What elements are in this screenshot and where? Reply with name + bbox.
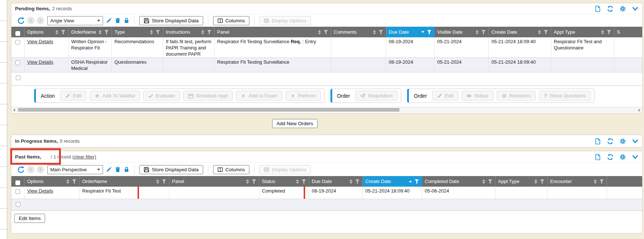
filter-funnel-icon[interactable] (599, 179, 604, 184)
prev-view-button[interactable] (27, 17, 34, 24)
sort-icon[interactable] (538, 30, 541, 34)
sort-icon[interactable] (156, 179, 159, 184)
refresh-icon[interactable] (607, 138, 614, 145)
clear-filter-link[interactable]: (clear filter) (72, 154, 96, 160)
sort-icon[interactable] (601, 30, 604, 34)
delete-trash-icon[interactable] (115, 167, 121, 172)
store-displayed-data-button[interactable]: Store Displayed Data (139, 16, 203, 25)
sort-desc-icon[interactable] (421, 31, 424, 33)
chevron-down-icon[interactable] (632, 154, 638, 160)
gear-icon[interactable] (619, 138, 626, 145)
sort-asc-icon[interactable] (409, 180, 412, 182)
add-to-waitlist-button[interactable]: Add To Waitlist (89, 91, 140, 101)
gear-icon[interactable] (619, 154, 626, 160)
refresh-icon[interactable] (607, 154, 614, 160)
add-new-orders-button[interactable]: Add New Orders (272, 119, 318, 128)
view-select[interactable]: Angie View (47, 16, 103, 25)
sort-icon[interactable] (55, 30, 58, 34)
view-select[interactable]: Main Perspective (47, 165, 103, 174)
perform-button[interactable]: Perform (285, 91, 321, 101)
display-options-button[interactable]: Display Options (259, 16, 311, 25)
column-header-panel[interactable]: Panel (215, 27, 331, 37)
filter-funnel-icon[interactable] (544, 30, 548, 34)
filter-funnel-icon[interactable] (301, 179, 306, 184)
column-header-status[interactable]: Status (259, 176, 309, 187)
order-revisions-button[interactable]: Revisions (497, 91, 536, 101)
file-icon[interactable] (594, 154, 601, 160)
edit-pencil-icon[interactable] (106, 18, 112, 23)
filter-funnel-icon[interactable] (481, 30, 486, 34)
next-view-button[interactable] (37, 17, 44, 24)
row-checkbox[interactable] (15, 189, 20, 194)
filter-funnel-icon[interactable] (155, 30, 160, 34)
column-header-panel[interactable]: Panel (169, 176, 259, 187)
column-header-appt-type[interactable]: Appt Type (495, 176, 548, 187)
filter-funnel-icon[interactable] (355, 179, 360, 184)
sort-icon[interactable] (482, 179, 485, 184)
filter-funnel-icon[interactable] (607, 30, 611, 34)
requisition-button[interactable]: Requisition (355, 91, 398, 101)
display-options-button[interactable]: Display Options (259, 165, 311, 174)
footer-checkbox[interactable] (16, 75, 21, 80)
column-header-due-date-sorted[interactable]: Due Date (386, 27, 435, 37)
select-all-checkbox[interactable] (15, 180, 20, 185)
scrollbar-thumb[interactable] (18, 108, 399, 112)
edit-button[interactable]: Edit (60, 91, 87, 101)
column-header-visible-date[interactable]: Visible Date (435, 27, 489, 37)
sort-icon[interactable] (150, 30, 153, 34)
column-header-options[interactable]: Options (25, 176, 80, 187)
store-displayed-data-button[interactable]: Store Displayed Data (139, 165, 203, 174)
sort-icon[interactable] (246, 179, 249, 184)
filter-funnel-icon[interactable] (427, 30, 432, 34)
view-details-link[interactable]: View Details (27, 59, 53, 65)
column-header-appt-type[interactable]: Appt Type (551, 27, 614, 37)
scroll-left-arrow[interactable] (13, 109, 15, 112)
column-header-cutoff[interactable]: S (614, 27, 642, 37)
filter-funnel-icon[interactable] (378, 30, 383, 34)
filter-funnel-icon[interactable] (414, 179, 419, 184)
filter-funnel-icon[interactable] (207, 30, 212, 34)
filter-funnel-icon[interactable] (540, 179, 545, 184)
select-all-checkbox[interactable] (15, 31, 20, 36)
column-header-completed-date[interactable]: Completed Date (422, 176, 495, 187)
filter-funnel-icon[interactable] (162, 179, 167, 184)
column-header-type[interactable]: Type (112, 27, 163, 37)
chevron-down-icon[interactable] (632, 138, 638, 145)
schedule-appt-button[interactable]: Schedule Appt (183, 91, 233, 101)
row-checkbox[interactable] (15, 40, 20, 45)
column-header-instructions[interactable]: Instructions (163, 27, 215, 37)
edit-items-button[interactable]: Edit Items (14, 214, 45, 223)
filter-funnel-icon[interactable] (61, 30, 66, 34)
column-header-options[interactable]: Options (25, 27, 69, 37)
sort-icon[interactable] (534, 179, 537, 184)
gear-icon[interactable] (619, 5, 626, 12)
sort-icon[interactable] (350, 179, 352, 184)
columns-button[interactable]: Columns (213, 165, 249, 174)
filter-funnel-icon[interactable] (252, 179, 256, 184)
file-icon[interactable] (594, 5, 601, 12)
add-to-exam-button[interactable]: Add to Exam (236, 91, 282, 101)
sort-icon[interactable] (373, 30, 376, 34)
column-header-due-date[interactable]: Due Date (309, 176, 363, 187)
evaluate-button[interactable]: Evaluate (143, 91, 180, 101)
scroll-right-arrow[interactable] (638, 109, 640, 112)
row-checkbox[interactable] (15, 60, 20, 65)
undo-icon[interactable] (17, 17, 25, 25)
chevron-down-icon[interactable] (632, 5, 638, 12)
sort-icon[interactable] (66, 179, 69, 184)
footer-checkbox[interactable] (16, 202, 21, 207)
view-details-link[interactable]: View Details (27, 39, 53, 44)
column-header-comments[interactable]: Comments (331, 27, 386, 37)
edit-pencil-icon[interactable] (106, 167, 112, 172)
sort-icon[interactable] (201, 30, 204, 34)
prev-view-button[interactable] (27, 166, 34, 173)
column-header-create-date[interactable]: Create Date (489, 27, 551, 37)
delete-trash-icon[interactable] (115, 18, 121, 23)
sort-icon[interactable] (594, 179, 597, 184)
refresh-icon[interactable] (607, 5, 614, 12)
column-header-encounter[interactable]: Encounter (548, 176, 607, 187)
filter-funnel-icon[interactable] (488, 179, 493, 184)
lock-icon[interactable] (124, 18, 129, 23)
sort-icon[interactable] (476, 30, 479, 34)
next-view-button[interactable] (37, 166, 44, 173)
